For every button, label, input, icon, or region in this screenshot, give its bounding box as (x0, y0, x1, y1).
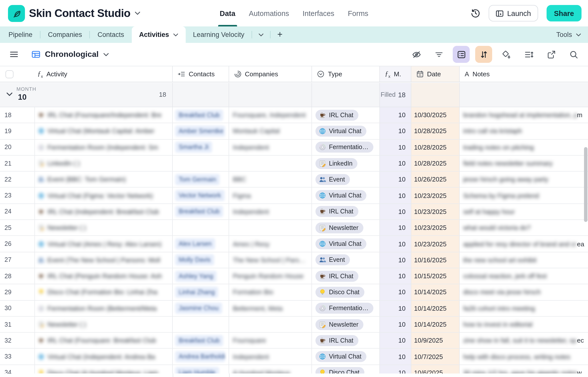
cell-activity[interactable]: Newsletter ( ) (35, 220, 173, 236)
contact-chip[interactable]: Breakfast Club (175, 109, 223, 120)
cell-type[interactable]: IRL Chat (312, 333, 380, 348)
contact-chip[interactable]: Smartha Ji (175, 142, 212, 153)
contact-chip[interactable]: Amber Smentke (175, 126, 225, 137)
table-row[interactable]: 23 Virtual Chat (Figma: Vector Network) … (0, 188, 588, 204)
cell-notes[interactable]: zine show in fall, suit it to newsletter… (460, 333, 588, 348)
type-badge[interactable]: Disco Chat (315, 287, 364, 298)
cell-companies[interactable]: Ames | Resy (229, 236, 312, 252)
cell-type[interactable]: IRL Chat (312, 268, 380, 284)
launch-button[interactable]: Launch (489, 5, 538, 21)
cell-contacts[interactable]: Vector Network (173, 188, 229, 203)
cell-notes[interactable]: fa26 cohort intro meeting (460, 300, 588, 316)
cell-type[interactable]: IRL Chat (312, 107, 380, 123)
table-row[interactable]: 28 IRL Chat (Penguin Random House: Ash A… (0, 268, 588, 284)
cell-companies[interactable] (229, 156, 312, 171)
cell-type[interactable]: Newsletter (312, 317, 380, 332)
cell-m[interactable]: 10 (380, 204, 411, 220)
cell-date[interactable]: 10/14/2025 (411, 317, 460, 332)
cell-type[interactable]: Virtual Chat (312, 188, 380, 203)
contact-chip[interactable]: Molly Davis (175, 255, 214, 266)
cell-companies[interactable]: Foursquare (229, 333, 312, 348)
cell-contacts[interactable]: Tom Germain (173, 172, 229, 187)
cell-m[interactable]: 10 (380, 268, 411, 284)
cell-companies[interactable]: Figma (229, 188, 312, 203)
cell-companies[interactable]: Independent (229, 139, 312, 155)
cell-contacts[interactable]: Amber Smentke (173, 123, 229, 139)
type-badge[interactable]: Newsletter (315, 222, 363, 233)
cell-contacts[interactable]: Linhai Zhang (173, 284, 229, 300)
cell-type[interactable]: Fermentatio… (312, 300, 380, 316)
table-row[interactable]: 31 Newsletter ( ) Newsletter (0, 317, 588, 333)
cell-type[interactable]: Disco Chat (312, 284, 380, 300)
cell-activity[interactable]: IRL Chat (Penguin Random House: Ash (35, 268, 173, 284)
cell-notes[interactable]: intro call via kristaph (460, 123, 588, 139)
select-all-checkbox[interactable] (5, 70, 13, 78)
row-number-cell[interactable]: 28 (0, 268, 35, 284)
column-header-contacts[interactable]: Contacts (173, 66, 229, 82)
cell-date[interactable]: 10/23/2025 (411, 236, 460, 252)
add-table-button[interactable]: + (271, 26, 289, 43)
cell-activity[interactable]: Event (BBC: Tom Germain) (35, 172, 173, 187)
row-number-cell[interactable]: 33 (0, 349, 35, 365)
sort-icon[interactable] (475, 46, 492, 63)
cell-contacts[interactable]: Andrea Bartholdi (173, 349, 229, 365)
row-number-cell[interactable]: 30 (0, 300, 35, 316)
contact-chip[interactable]: Breakfast Club (175, 335, 223, 346)
cell-companies[interactable] (229, 220, 312, 236)
cell-notes[interactable]: applied for resy director of brand and c… (460, 236, 588, 252)
cell-activity[interactable]: Virtual Chat (Montauk Capital: Amber (35, 123, 173, 139)
cell-date[interactable]: 10/28/2025 (411, 123, 460, 139)
cell-type[interactable]: Event (312, 252, 380, 268)
cell-m[interactable]: 10 (380, 188, 411, 203)
contact-chip[interactable]: Vector Network (175, 190, 225, 201)
cell-notes[interactable]: self at happy hour (460, 204, 588, 220)
row-number-cell[interactable]: 18 (0, 107, 35, 123)
tab-overflow-button[interactable] (252, 26, 270, 43)
cell-date[interactable]: 10/23/2025 (411, 204, 460, 220)
collapse-group-icon[interactable] (6, 92, 12, 96)
cell-date[interactable]: 10/26/2025 (411, 172, 460, 187)
table-row[interactable]: 27 Event (The New School | Parsons: Moll… (0, 252, 588, 268)
table-row[interactable]: 29 Disco Chat (Formation Bio: Linhai Zha… (0, 284, 588, 301)
share-view-icon[interactable] (543, 46, 560, 63)
type-badge[interactable]: Virtual Chat (315, 190, 366, 201)
cell-type[interactable]: Newsletter (312, 220, 380, 236)
type-badge[interactable]: LinkedIn (315, 158, 358, 169)
type-badge[interactable]: IRL Chat (315, 335, 358, 346)
contact-chip[interactable]: Jasmine Chou (175, 303, 222, 314)
share-button[interactable]: Share (546, 5, 582, 21)
cell-contacts[interactable]: Ashley Yang (173, 268, 229, 284)
row-number-cell[interactable]: 19 (0, 123, 35, 139)
type-badge[interactable]: IRL Chat (315, 206, 358, 217)
type-badge[interactable]: Fermentatio… (315, 303, 373, 314)
cell-companies[interactable]: Independent (229, 204, 312, 220)
cell-type[interactable]: Fermentatio… (312, 139, 380, 155)
row-height-icon[interactable] (520, 46, 537, 63)
type-badge[interactable]: Newsletter (315, 319, 363, 330)
hide-fields-icon[interactable] (408, 46, 425, 63)
cell-type[interactable]: LinkedIn (312, 156, 380, 171)
cell-notes[interactable]: trading notes on pitching (460, 139, 588, 155)
table-row[interactable]: 18 IRL Chat (Foursquare/Independent: Bre… (0, 107, 588, 123)
cell-companies[interactable] (229, 317, 312, 332)
cell-m[interactable]: 10 (380, 300, 411, 316)
contact-chip[interactable]: Breakfast Club (175, 206, 223, 217)
row-number-cell[interactable]: 27 (0, 252, 35, 268)
cell-type[interactable]: Virtual Chat (312, 349, 380, 365)
filter-icon[interactable] (430, 46, 447, 63)
group-header-row[interactable]: MONTH 10 18 Filled 18 (0, 83, 588, 107)
tab-learning-velocity[interactable]: Learning Velocity (185, 26, 252, 43)
column-header-date[interactable]: 31 Date (411, 66, 460, 82)
type-badge[interactable]: Virtual Chat (315, 238, 366, 249)
cell-activity[interactable]: Virtual Chat (Figma: Vector Network) (35, 188, 173, 203)
table-row[interactable]: 19 Virtual Chat (Montauk Capital: Amber … (0, 123, 588, 140)
nav-item-data[interactable]: Data (220, 0, 235, 26)
row-number-cell[interactable]: 23 (0, 188, 35, 203)
table-row[interactable]: 25 Newsletter ( ) Newsletter (0, 220, 588, 236)
type-badge[interactable]: Virtual Chat (315, 126, 366, 137)
cell-notes[interactable]: how to invest in editorial (460, 317, 588, 332)
cell-m[interactable]: 10 (380, 123, 411, 139)
cell-companies[interactable]: Formation Bio (229, 284, 312, 300)
cell-activity[interactable]: Virtual Chat (Ames | Resy: Alex Larsen) (35, 236, 173, 252)
cell-contacts[interactable]: Breakfast Club (173, 107, 229, 123)
